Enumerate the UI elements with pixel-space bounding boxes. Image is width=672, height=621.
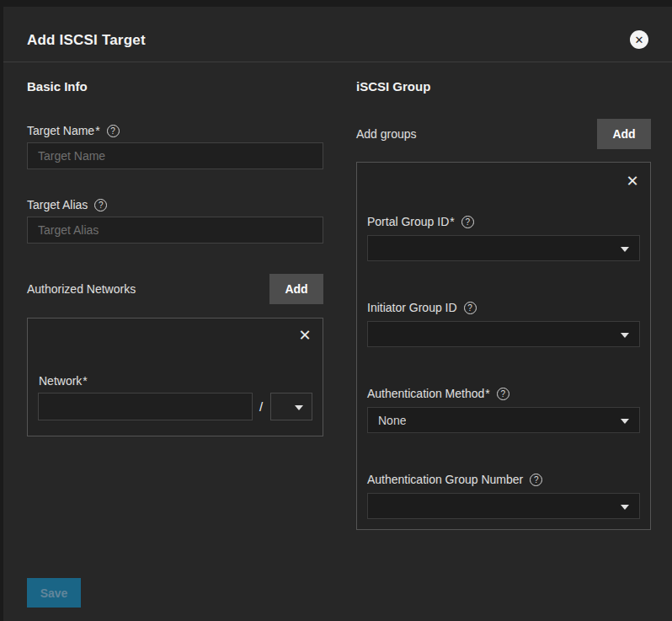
iscsi-group-card: ✕ Portal Group ID * ? Initiator Group ID… (356, 162, 651, 530)
authentication-group-number-select[interactable] (367, 493, 640, 519)
close-dialog-button[interactable]: ✕ (630, 30, 648, 49)
required-asterisk: * (450, 215, 454, 228)
target-alias-group: Target Alias ? (27, 197, 323, 244)
close-icon: ✕ (635, 35, 644, 46)
required-asterisk: * (83, 374, 87, 388)
add-iscsi-target-dialog: Add ISCSI Target ✕ Basic Info Target Nam… (3, 7, 672, 621)
target-alias-input[interactable] (27, 217, 323, 244)
help-icon[interactable]: ? (461, 216, 474, 228)
iscsi-group-heading: iSCSI Group (356, 79, 651, 94)
help-icon[interactable]: ? (530, 474, 542, 486)
authentication-group-number-group: Authentication Group Number ? (367, 472, 640, 519)
help-icon[interactable]: ? (94, 199, 107, 211)
network-card: ✕ Network * / (27, 318, 323, 436)
portal-group-id-group: Portal Group ID * ? (367, 214, 640, 261)
authorized-networks-label: Authorized Networks (27, 281, 136, 297)
authentication-method-label: Authentication Method (367, 386, 484, 401)
chevron-down-icon (621, 333, 629, 338)
initiator-group-id-group: Initiator Group ID ? (367, 300, 640, 347)
initiator-group-id-select[interactable] (367, 321, 640, 347)
network-input[interactable] (38, 393, 253, 420)
target-name-group: Target Name * ? (27, 123, 323, 169)
portal-group-id-select[interactable] (367, 235, 640, 261)
remove-network-icon[interactable]: ✕ (297, 328, 312, 343)
chevron-down-icon (621, 419, 629, 424)
initiator-group-id-label: Initiator Group ID (367, 300, 457, 315)
portal-group-id-label: Portal Group ID (367, 214, 449, 229)
cidr-separator: / (259, 399, 263, 414)
required-asterisk: * (95, 124, 99, 137)
authentication-method-group: Authentication Method * ? None (367, 386, 640, 433)
help-icon[interactable]: ? (497, 388, 509, 400)
add-groups-row: Add groups Add (356, 119, 651, 149)
target-name-label: Target Name (27, 123, 94, 138)
add-group-button[interactable]: Add (597, 119, 651, 149)
save-button[interactable]: Save (27, 578, 81, 608)
authentication-method-select[interactable]: None (367, 407, 640, 433)
basic-info-section: Basic Info Target Name * ? Target Alias … (27, 79, 323, 436)
dialog-title: Add ISCSI Target (27, 32, 146, 49)
add-groups-label: Add groups (356, 126, 417, 142)
help-icon[interactable]: ? (107, 125, 120, 137)
basic-info-heading: Basic Info (27, 79, 323, 94)
dialog-header: Add ISCSI Target ✕ (3, 7, 672, 62)
authentication-method-value: None (378, 414, 406, 427)
target-alias-label: Target Alias (27, 197, 88, 212)
target-name-input[interactable] (27, 142, 323, 169)
remove-group-icon[interactable]: ✕ (625, 174, 640, 189)
network-prefix-select[interactable] (270, 393, 312, 420)
help-icon[interactable]: ? (464, 302, 477, 314)
add-network-button[interactable]: Add (269, 274, 323, 304)
network-label: Network (39, 373, 82, 388)
authorized-networks-row: Authorized Networks Add (27, 274, 323, 304)
authentication-group-number-label: Authentication Group Number (367, 472, 523, 487)
required-asterisk: * (485, 387, 489, 400)
chevron-down-icon (295, 405, 303, 410)
chevron-down-icon (621, 247, 629, 252)
chevron-down-icon (621, 505, 629, 510)
iscsi-group-section: iSCSI Group Add groups Add ✕ Portal Grou… (356, 79, 651, 530)
